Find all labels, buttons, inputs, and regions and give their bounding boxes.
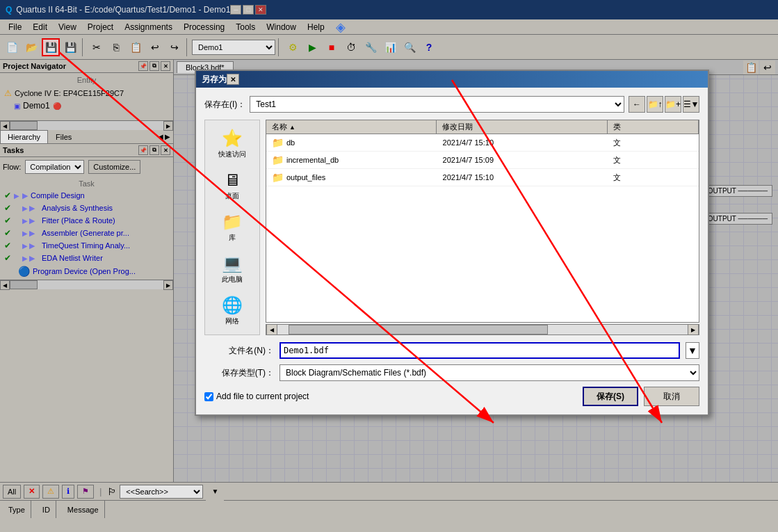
file-name-0: 📁 db: [266, 136, 437, 150]
shortcut-network[interactable]: 🌐 网络: [208, 293, 257, 329]
file-name-1: 📁 incremental_db: [266, 153, 437, 167]
quick-access-label: 快速访问: [218, 150, 246, 159]
network-label: 网络: [225, 316, 239, 326]
file-list-scrollbar[interactable]: ◀ ▶: [266, 324, 699, 335]
filetype-select[interactable]: Block Diagram/Schematic Files (*.bdf): [279, 364, 699, 381]
save-dialog-button[interactable]: 保存(S): [583, 387, 638, 406]
folder-icon-0: 📁: [272, 137, 284, 148]
folder-icon-2: 📁: [272, 172, 284, 183]
add-file-checkbox[interactable]: [204, 392, 213, 401]
dialog-buttons: 保存(S) 取消: [583, 387, 699, 406]
filename-input[interactable]: [279, 342, 680, 359]
scroll-left-arrow[interactable]: ◀: [266, 324, 277, 335]
quick-access-icon: ⭐: [222, 129, 243, 148]
file-row-1[interactable]: 📁 incremental_db 2021/4/7 15:09 文: [266, 152, 699, 169]
dialog-sidebar: ⭐ 快速访问 🖥 桌面 📁 库 💻 此电脑 🌐 网络: [204, 120, 260, 335]
file-browser: ⭐ 快速访问 🖥 桌面 📁 库 💻 此电脑 🌐 网络: [204, 120, 699, 335]
col-name: 名称 ▲: [266, 120, 437, 134]
location-bar: 保存在(I)： Test1 ← 📁↑ 📁+ ☰▼: [204, 96, 699, 113]
dialog-body: 保存在(I)： Test1 ← 📁↑ 📁+ ☰▼ ⭐ 快速访问 🖥: [196, 88, 708, 414]
col-type: 类: [608, 120, 699, 134]
desktop-label: 桌面: [225, 191, 239, 201]
filename-dropdown-arrow[interactable]: ▼: [686, 342, 699, 359]
nav-view-button[interactable]: ☰▼: [683, 96, 699, 113]
location-label: 保存在(I)：: [204, 99, 245, 111]
nav-up-button[interactable]: 📁↑: [647, 96, 663, 113]
file-list-container: 名称 ▲ 修改日期 类 📁 db 2021/4/7 15:10 文: [266, 120, 699, 335]
nav-buttons: ← 📁↑ 📁+ ☰▼: [629, 96, 699, 113]
file-type-0: 文: [608, 136, 699, 150]
save-as-dialog: 另存为 ✕ 保存在(I)： Test1 ← 📁↑ 📁+ ☰▼ ⭐ 快速访问: [195, 70, 709, 416]
library-label: 库: [229, 233, 236, 243]
filename-label: 文件名(N)：: [204, 345, 274, 357]
cancel-dialog-button[interactable]: 取消: [644, 387, 699, 406]
file-date-2: 2021/4/7 15:10: [437, 172, 608, 183]
dialog-footer: Add file to current project 保存(S) 取消: [204, 387, 699, 406]
filename-row: 文件名(N)： ▼: [204, 342, 699, 359]
dialog-title: 另存为: [202, 74, 227, 86]
folder-icon-1: 📁: [272, 154, 284, 166]
network-icon: 🌐: [222, 296, 243, 315]
scroll-thumb[interactable]: [289, 325, 548, 334]
add-file-checkbox-row: Add file to current project: [204, 392, 309, 401]
shortcut-desktop[interactable]: 🖥 桌面: [208, 168, 257, 204]
nav-new-folder-button[interactable]: 📁+: [665, 96, 681, 113]
filetype-label: 保存类型(T)：: [204, 367, 274, 379]
filelist-header: 名称 ▲ 修改日期 类: [266, 120, 699, 134]
file-date-1: 2021/4/7 15:09: [437, 154, 608, 166]
this-pc-label: 此电脑: [222, 275, 243, 284]
file-row-0[interactable]: 📁 db 2021/4/7 15:10 文: [266, 134, 699, 152]
file-type-1: 文: [608, 154, 699, 167]
shortcut-library[interactable]: 📁 库: [208, 209, 257, 245]
file-list: 名称 ▲ 修改日期 类 📁 db 2021/4/7 15:10 文: [266, 120, 699, 323]
nav-back-button[interactable]: ←: [629, 96, 645, 113]
filetype-row: 保存类型(T)： Block Diagram/Schematic Files (…: [204, 364, 699, 381]
add-file-label: Add file to current project: [216, 392, 309, 401]
file-row-2[interactable]: 📁 output_files 2021/4/7 15:10 文: [266, 169, 699, 186]
scroll-right-arrow[interactable]: ▶: [688, 324, 699, 335]
file-name-2: 📁 output_files: [266, 170, 437, 184]
location-select[interactable]: Test1: [250, 96, 624, 113]
this-pc-icon: 💻: [222, 254, 243, 273]
col-date: 修改日期: [437, 120, 607, 134]
dialog-titlebar: 另存为 ✕: [196, 71, 708, 88]
shortcut-quick-access[interactable]: ⭐ 快速访问: [208, 126, 257, 162]
shortcut-this-pc[interactable]: 💻 此电脑: [208, 251, 257, 287]
dialog-form: 文件名(N)： ▼ 保存类型(T)： Block Diagram/Schemat…: [204, 342, 699, 381]
file-date-0: 2021/4/7 15:10: [437, 137, 608, 148]
dialog-close-button[interactable]: ✕: [227, 74, 239, 85]
library-icon: 📁: [222, 212, 243, 232]
desktop-icon: 🖥: [224, 170, 241, 190]
file-type-2: 文: [608, 171, 699, 184]
